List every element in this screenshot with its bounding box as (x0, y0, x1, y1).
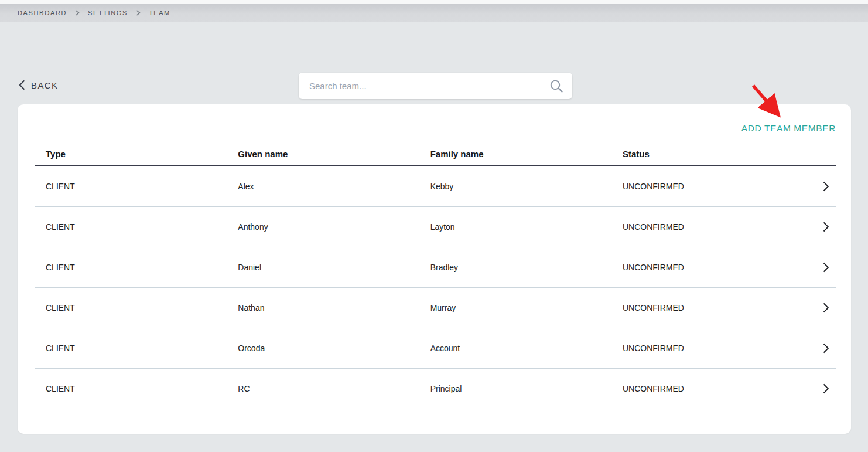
table-row[interactable]: CLIENT Orcoda Account UNCONFIRMED (35, 328, 836, 369)
chevron-right-icon (812, 342, 836, 354)
team-table: Type Given name Family name Status CLIEN… (35, 142, 836, 409)
cell-type: CLIENT (35, 263, 227, 272)
cell-status: UNCONFIRMED (612, 263, 812, 272)
add-team-member-button[interactable]: ADD TEAM MEMBER (741, 123, 836, 134)
breadcrumb-item-team[interactable]: TEAM (149, 9, 170, 16)
cell-type: CLIENT (35, 303, 227, 312)
cell-status: UNCONFIRMED (612, 182, 812, 191)
search-icon[interactable] (549, 79, 564, 94)
cell-given-name: Anthony (227, 222, 419, 232)
cell-type: CLIENT (35, 182, 227, 191)
chevron-right-icon (75, 10, 80, 16)
cell-family-name: Murray (420, 303, 612, 312)
table-row[interactable]: CLIENT Nathan Murray UNCONFIRMED (35, 288, 836, 328)
cell-given-name: Alex (227, 182, 419, 191)
chevron-left-icon (19, 80, 25, 90)
back-button-label: BACK (31, 80, 58, 90)
column-header-given-name: Given name (227, 149, 419, 159)
chevron-right-icon (136, 10, 141, 16)
chevron-right-icon (812, 261, 836, 273)
table-row[interactable]: CLIENT Daniel Bradley UNCONFIRMED (35, 247, 836, 288)
chevron-right-icon (812, 181, 836, 192)
chevron-right-icon (812, 221, 836, 233)
column-header-type: Type (35, 149, 227, 159)
cell-type: CLIENT (35, 344, 227, 353)
cell-given-name: RC (227, 384, 419, 393)
cell-family-name: Account (420, 344, 612, 353)
column-header-status: Status (612, 149, 812, 159)
search-input[interactable] (309, 81, 549, 91)
card-actions: ADD TEAM MEMBER (18, 104, 851, 134)
table-row[interactable]: CLIENT Alex Kebby UNCONFIRMED (35, 166, 836, 207)
cell-family-name: Bradley (420, 263, 612, 272)
breadcrumb-bar: DASHBOARD SETTINGS TEAM (0, 4, 868, 22)
cell-status: UNCONFIRMED (612, 303, 812, 312)
chevron-right-icon (812, 302, 836, 314)
cell-family-name: Kebby (420, 182, 612, 191)
cell-given-name: Nathan (227, 303, 419, 312)
search-box (299, 73, 572, 99)
cell-given-name: Orcoda (227, 344, 419, 353)
cell-family-name: Principal (420, 384, 612, 393)
table-row[interactable]: CLIENT Anthony Layton UNCONFIRMED (35, 207, 836, 247)
column-header-family-name: Family name (420, 149, 612, 159)
cell-status: UNCONFIRMED (612, 384, 812, 393)
toolbar: BACK (0, 22, 868, 104)
cell-given-name: Daniel (227, 263, 419, 272)
back-button[interactable]: BACK (19, 80, 58, 90)
team-card: ADD TEAM MEMBER Type Given name Family n… (18, 104, 851, 434)
table-header-row: Type Given name Family name Status (35, 142, 836, 166)
cell-type: CLIENT (35, 222, 227, 232)
cell-family-name: Layton (420, 222, 612, 232)
breadcrumb: DASHBOARD SETTINGS TEAM (18, 9, 170, 16)
chevron-right-icon (812, 383, 836, 395)
cell-status: UNCONFIRMED (612, 344, 812, 353)
cell-status: UNCONFIRMED (612, 222, 812, 232)
breadcrumb-item-settings[interactable]: SETTINGS (88, 9, 128, 16)
table-row[interactable]: CLIENT RC Principal UNCONFIRMED (35, 369, 836, 409)
breadcrumb-item-dashboard[interactable]: DASHBOARD (18, 9, 67, 16)
cell-type: CLIENT (35, 384, 227, 393)
